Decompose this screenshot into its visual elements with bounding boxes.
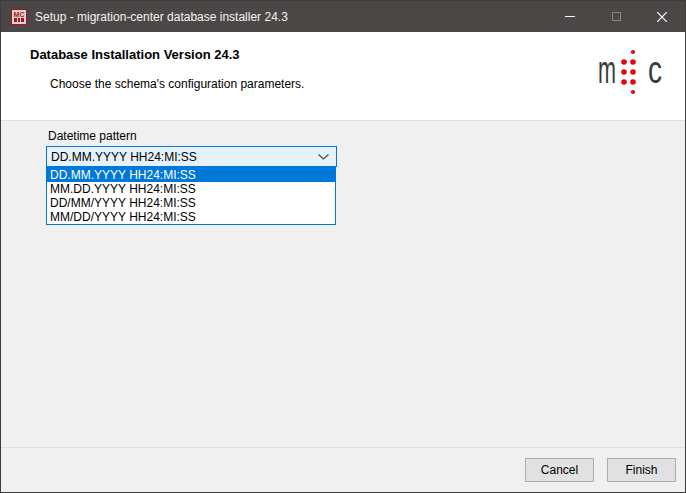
installer-window: MC Setup - migration-center database ins… bbox=[0, 0, 686, 493]
cancel-button[interactable]: Cancel bbox=[525, 458, 594, 482]
minimize-button[interactable] bbox=[547, 1, 593, 32]
app-icon-text: MC bbox=[12, 11, 26, 18]
wizard-header: Database Installation Version 24.3 Choos… bbox=[1, 32, 685, 121]
datetime-pattern-combobox[interactable]: DD.MM.YYYY HH24:MI:SS bbox=[46, 146, 337, 167]
maximize-button bbox=[593, 1, 639, 32]
finish-button[interactable]: Finish bbox=[607, 458, 676, 482]
logo-letter-c: c bbox=[648, 49, 662, 91]
app-icon: MC bbox=[11, 9, 27, 25]
datetime-pattern-label: Datetime pattern bbox=[48, 129, 137, 143]
logo-letter-m: m bbox=[598, 49, 616, 91]
logo-dots bbox=[621, 50, 636, 94]
dropdown-option[interactable]: DD/MM/YYYY HH24:MI:SS bbox=[47, 196, 335, 210]
maximize-icon bbox=[612, 12, 621, 21]
close-button[interactable] bbox=[639, 1, 685, 32]
close-icon bbox=[657, 12, 667, 22]
window-controls bbox=[547, 1, 685, 32]
dropdown-list: DD.MM.YYYY HH24:MI:SSMM.DD.YYYY HH24:MI:… bbox=[46, 167, 336, 225]
footer-bar: Cancel Finish bbox=[1, 447, 685, 492]
wizard-page: Datetime pattern DD.MM.YYYY HH24:MI:SS D… bbox=[1, 121, 685, 448]
chevron-down-icon bbox=[318, 154, 336, 160]
title-bar: MC Setup - migration-center database ins… bbox=[1, 1, 685, 32]
minimize-icon bbox=[565, 16, 575, 17]
dropdown-option[interactable]: MM.DD.YYYY HH24:MI:SS bbox=[47, 182, 335, 196]
window-title: Setup - migration-center database instal… bbox=[35, 10, 288, 24]
migration-center-logo: m c bbox=[597, 49, 663, 95]
app-icon-bars bbox=[14, 18, 24, 22]
combobox-value: DD.MM.YYYY HH24:MI:SS bbox=[47, 150, 318, 164]
dropdown-option[interactable]: DD.MM.YYYY HH24:MI:SS bbox=[47, 168, 335, 182]
page-title: Database Installation Version 24.3 bbox=[30, 47, 240, 62]
page-subtitle: Choose the schema's configuration parame… bbox=[50, 77, 304, 91]
dropdown-option[interactable]: MM/DD/YYYY HH24:MI:SS bbox=[47, 210, 335, 224]
